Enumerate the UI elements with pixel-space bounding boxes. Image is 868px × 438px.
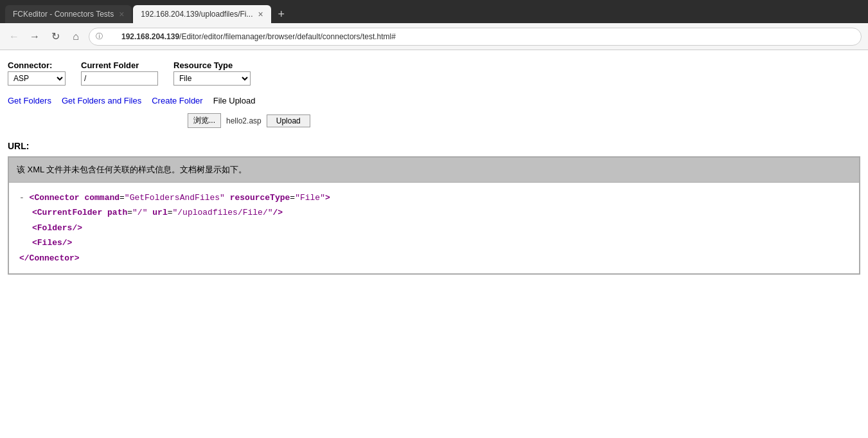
back-button[interactable]: ←: [6, 29, 22, 44]
form-row: Connector: ASP PHP ASP.NET ColdFusion Cu…: [8, 60, 860, 86]
tab-uploadfiles-label: 192.168.204.139/uploadfiles/Fi...: [141, 10, 252, 19]
connector-select[interactable]: ASP PHP ASP.NET ColdFusion: [8, 71, 66, 86]
xml-line-3: <Folders/>: [19, 221, 849, 235]
current-folder-group: Current Folder: [81, 60, 158, 86]
get-folders-files-link[interactable]: Get Folders and Files: [62, 96, 141, 105]
tab-bar: FCKeditor - Connectors Tests × 192.168.2…: [0, 0, 868, 23]
current-folder-input[interactable]: [81, 71, 158, 86]
xml-line-2: <CurrentFolder path="/" url="/uploadfile…: [19, 205, 849, 220]
current-folder-label: Current Folder: [81, 60, 158, 70]
get-folders-link[interactable]: Get Folders: [8, 96, 51, 105]
tab-fckeditor-label: FCKeditor - Connectors Tests: [13, 10, 114, 19]
connector-group: Connector: ASP PHP ASP.NET ColdFusion: [8, 60, 66, 86]
tab-uploadfiles[interactable]: 192.168.204.139/uploadfiles/Fi... ×: [133, 5, 270, 23]
browser-window: FCKeditor - Connectors Tests × 192.168.2…: [0, 0, 868, 438]
action-links: Get Folders Get Folders and Files Create…: [8, 96, 860, 105]
connector-label: Connector:: [8, 60, 66, 70]
xml-body: - <Connector command="GetFoldersAndFiles…: [8, 182, 860, 274]
url-label: URL:: [8, 141, 860, 151]
address-url-prefix: 192.168.204.139/Editor/editor/filemanage…: [121, 32, 396, 41]
address-bar: ← → ↻ ⌂ ⓘ 192.168.204.139/Editor/editor/…: [0, 23, 868, 50]
home-button[interactable]: ⌂: [68, 29, 84, 44]
address-input-container[interactable]: ⓘ 192.168.204.139/Editor/editor/filemana…: [89, 28, 862, 46]
xml-notice: 该 XML 文件并未包含任何关联的样式信息。文档树显示如下。: [8, 157, 860, 182]
upload-button[interactable]: Upload: [267, 114, 310, 127]
tab-uploadfiles-close[interactable]: ×: [258, 9, 263, 19]
forward-button[interactable]: →: [27, 29, 42, 44]
xml-line-1: - <Connector command="GetFoldersAndFiles…: [19, 190, 849, 205]
new-tab-button[interactable]: +: [272, 5, 290, 23]
resource-type-group: Resource Type File Image Flash Media: [173, 60, 251, 86]
resource-type-label: Resource Type: [173, 60, 251, 70]
tab-fckeditor-close[interactable]: ×: [119, 9, 124, 19]
file-upload-label: File Upload: [213, 96, 256, 105]
file-name-display: hello2.asp: [226, 116, 261, 125]
create-folder-link[interactable]: Create Folder: [152, 96, 202, 105]
lock-icon: ⓘ: [96, 32, 103, 41]
reload-button[interactable]: ↻: [48, 29, 63, 44]
tab-fckeditor[interactable]: FCKeditor - Connectors Tests ×: [5, 5, 132, 23]
xml-display: 该 XML 文件并未包含任何关联的样式信息。文档树显示如下。 - <Connec…: [8, 156, 860, 275]
page-content: Connector: ASP PHP ASP.NET ColdFusion Cu…: [0, 50, 868, 438]
xml-line-4: <Files/>: [19, 235, 849, 250]
xml-line-5: </Connector>: [19, 251, 849, 266]
resource-type-select[interactable]: File Image Flash Media: [173, 71, 251, 86]
file-upload-row: 浏览... hello2.asp Upload: [188, 113, 860, 128]
browse-button[interactable]: 浏览...: [188, 113, 221, 128]
